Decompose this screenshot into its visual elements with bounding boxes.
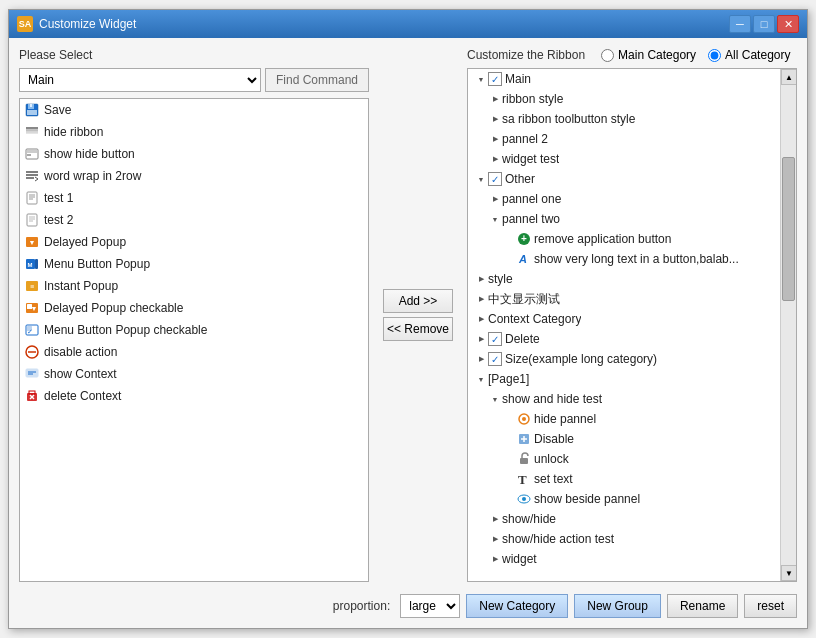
tree-node-hide-pannel[interactable]: hide pannel [468, 409, 780, 429]
list-item[interactable]: show hide button [20, 143, 368, 165]
list-item[interactable]: ✓ Menu Button Popup checkable [20, 319, 368, 341]
tree-node-panel-two[interactable]: pannel two [468, 209, 780, 229]
tree-node-unlock[interactable]: unlock [468, 449, 780, 469]
tree-node-show-hide-test[interactable]: show and hide test [468, 389, 780, 409]
tree-toggle-show-hide-action[interactable] [488, 532, 502, 546]
proportion-select[interactable]: small medium large xlarge [400, 594, 460, 618]
remove-button[interactable]: << Remove [383, 317, 453, 341]
reset-button[interactable]: reset [744, 594, 797, 618]
tree-area: Main ribbon style sa ribbon toolbutton s… [468, 69, 780, 581]
tree-toggle-widget[interactable] [488, 552, 502, 566]
radio-main-category[interactable]: Main Category [601, 48, 696, 62]
tree-node-panel2[interactable]: pannel 2 [468, 129, 780, 149]
disable-action-icon [24, 344, 40, 360]
tree-toggle-chinese[interactable] [474, 292, 488, 306]
list-item[interactable]: ≡ Instant Popup [20, 275, 368, 297]
scroll-down-button[interactable]: ▼ [781, 565, 797, 581]
tree-node-chinese[interactable]: 中文显示测试 [468, 289, 780, 309]
maximize-button[interactable]: □ [753, 15, 775, 33]
tree-node-sa-ribbon[interactable]: sa ribbon toolbutton style [468, 109, 780, 129]
radio-all-input[interactable] [708, 49, 721, 62]
tree-node-panel-one[interactable]: pannel one [468, 189, 780, 209]
tree-toggle-size[interactable] [474, 352, 488, 366]
tree-node-widget[interactable]: widget [468, 549, 780, 569]
list-item[interactable]: test 1 [20, 187, 368, 209]
tree-node-disable[interactable]: Disable [468, 429, 780, 449]
tree-label-hide-pannel: hide pannel [534, 412, 596, 426]
tree-node-show-hide-grp[interactable]: show/hide [468, 509, 780, 529]
tree-toggle-context-cat[interactable] [474, 312, 488, 326]
list-item[interactable]: ▼ Delayed Popup [20, 231, 368, 253]
list-item[interactable]: show Context [20, 363, 368, 385]
save-label: Save [44, 103, 71, 117]
tree-node-style[interactable]: style [468, 269, 780, 289]
tree-node-page1[interactable]: [Page1] [468, 369, 780, 389]
tree-label-unlock: unlock [534, 452, 569, 466]
tree-node-ribbon-style[interactable]: ribbon style [468, 89, 780, 109]
show-hide-button-icon [24, 146, 40, 162]
minimize-button[interactable]: ─ [729, 15, 751, 33]
tree-checkbox-delete[interactable] [488, 332, 502, 346]
add-button[interactable]: Add >> [383, 289, 453, 313]
tree-node-show-long[interactable]: A show very long text in a button,balab.… [468, 249, 780, 269]
customize-ribbon-title: Customize the Ribbon [467, 48, 585, 62]
tree-node-show-hide-action[interactable]: show/hide action test [468, 529, 780, 549]
tree-node-context-cat[interactable]: Context Category [468, 309, 780, 329]
tree-node-remove-app[interactable]: + remove application button [468, 229, 780, 249]
delayed-checkable-label: Delayed Popup checkable [44, 301, 183, 315]
svg-rect-19 [27, 214, 37, 226]
list-item[interactable]: disable action [20, 341, 368, 363]
find-command-button[interactable]: Find Command [265, 68, 369, 92]
tree-label-size: Size(example long category) [505, 352, 657, 366]
scroll-up-button[interactable]: ▲ [781, 69, 797, 85]
list-item[interactable]: Save [20, 99, 368, 121]
tree-toggle-show-long [502, 252, 516, 266]
set-text-icon: T [516, 471, 532, 487]
tree-toggle-widget-test[interactable] [488, 152, 502, 166]
scroll-thumb[interactable] [782, 157, 795, 301]
tree-node-show-beside[interactable]: show beside pannel [468, 489, 780, 509]
tree-node-delete[interactable]: Delete [468, 329, 780, 349]
tree-node-other[interactable]: Other [468, 169, 780, 189]
tree-checkbox-main[interactable] [488, 72, 502, 86]
tree-toggle-panel2[interactable] [488, 132, 502, 146]
tree-toggle-sa-ribbon[interactable] [488, 112, 502, 126]
radio-all-category[interactable]: All Category [708, 48, 790, 62]
tree-toggle-panel-two[interactable] [488, 212, 502, 226]
tree-label-widget-test: widget test [502, 152, 559, 166]
tree-toggle-other[interactable] [474, 172, 488, 186]
tree-label-show-beside: show beside pannel [534, 492, 640, 506]
tree-toggle-show-hide-grp[interactable] [488, 512, 502, 526]
tree-toggle-style[interactable] [474, 272, 488, 286]
tree-checkbox-size[interactable] [488, 352, 502, 366]
tree-node-size[interactable]: Size(example long category) [468, 349, 780, 369]
command-list: Save hide ribbon show hide button [19, 98, 369, 582]
new-group-button[interactable]: New Group [574, 594, 661, 618]
tree-toggle-ribbon-style[interactable] [488, 92, 502, 106]
tree-label-panel-one: pannel one [502, 192, 561, 206]
close-button[interactable]: ✕ [777, 15, 799, 33]
svg-text:▼: ▼ [31, 305, 38, 312]
radio-main-input[interactable] [601, 49, 614, 62]
tree-checkbox-other[interactable] [488, 172, 502, 186]
tree-node-set-text[interactable]: T set text [468, 469, 780, 489]
rename-button[interactable]: Rename [667, 594, 738, 618]
list-item[interactable]: word wrap in 2row [20, 165, 368, 187]
list-item[interactable]: test 2 [20, 209, 368, 231]
list-item[interactable]: ▼ Delayed Popup checkable [20, 297, 368, 319]
tree-toggle-delete[interactable] [474, 332, 488, 346]
new-category-button[interactable]: New Category [466, 594, 568, 618]
window-controls: ─ □ ✕ [729, 15, 799, 33]
list-item[interactable]: hide ribbon [20, 121, 368, 143]
category-dropdown[interactable]: Main Other Page1 [19, 68, 261, 92]
tree-toggle-show-hide-test[interactable] [488, 392, 502, 406]
tree-toggle-page1[interactable] [474, 372, 488, 386]
tree-node-main[interactable]: Main [468, 69, 780, 89]
list-item[interactable]: delete Context [20, 385, 368, 407]
middle-buttons: Add >> << Remove [379, 48, 457, 582]
right-panel: Customize the Ribbon Main Category All C… [467, 48, 797, 582]
list-item[interactable]: M Menu Button Popup [20, 253, 368, 275]
tree-node-widget-test[interactable]: widget test [468, 149, 780, 169]
tree-toggle-main[interactable] [474, 72, 488, 86]
tree-toggle-panel-one[interactable] [488, 192, 502, 206]
